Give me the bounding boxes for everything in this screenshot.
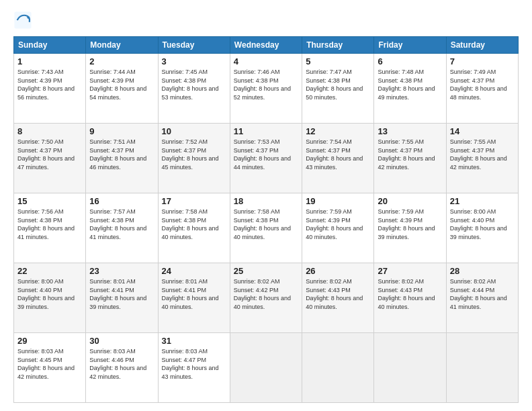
- day-number: 1: [17, 56, 82, 66]
- col-header-friday: Friday: [374, 37, 446, 54]
- calendar-cell: 5Sunrise: 7:47 AMSunset: 4:38 PMDaylight…: [302, 54, 374, 124]
- cell-details: Sunrise: 7:58 AMSunset: 4:38 PMDaylight:…: [234, 208, 298, 241]
- day-number: 4: [234, 56, 298, 66]
- calendar-cell: 15Sunrise: 7:56 AMSunset: 4:38 PMDayligh…: [14, 193, 86, 263]
- calendar-cell: 7Sunrise: 7:49 AMSunset: 4:37 PMDaylight…: [446, 54, 518, 124]
- day-number: 16: [89, 196, 154, 206]
- cell-details: Sunrise: 7:51 AMSunset: 4:37 PMDaylight:…: [89, 138, 154, 171]
- day-number: 30: [89, 336, 154, 346]
- calendar-cell: 20Sunrise: 7:59 AMSunset: 4:39 PMDayligh…: [374, 193, 446, 263]
- week-row-1: 1Sunrise: 7:43 AMSunset: 4:39 PMDaylight…: [14, 54, 519, 124]
- col-header-monday: Monday: [86, 37, 158, 54]
- calendar-cell: 9Sunrise: 7:51 AMSunset: 4:37 PMDaylight…: [86, 124, 158, 193]
- cell-details: Sunrise: 8:00 AMSunset: 4:40 PMDaylight:…: [17, 277, 82, 311]
- week-row-2: 8Sunrise: 7:50 AMSunset: 4:37 PMDaylight…: [14, 124, 519, 193]
- calendar-cell: [302, 333, 374, 403]
- calendar-cell: 2Sunrise: 7:44 AMSunset: 4:39 PMDaylight…: [86, 54, 158, 124]
- cell-details: Sunrise: 7:46 AMSunset: 4:38 PMDaylight:…: [234, 68, 298, 101]
- col-header-thursday: Thursday: [302, 37, 374, 54]
- cell-details: Sunrise: 8:03 AMSunset: 4:47 PMDaylight:…: [162, 347, 226, 381]
- cell-details: Sunrise: 7:52 AMSunset: 4:37 PMDaylight:…: [162, 138, 226, 171]
- calendar-cell: 30Sunrise: 8:03 AMSunset: 4:46 PMDayligh…: [86, 333, 158, 403]
- cell-details: Sunrise: 7:54 AMSunset: 4:37 PMDaylight:…: [306, 138, 370, 171]
- calendar-cell: 23Sunrise: 8:01 AMSunset: 4:41 PMDayligh…: [86, 263, 158, 333]
- col-header-wednesday: Wednesday: [230, 37, 302, 54]
- calendar-cell: 14Sunrise: 7:55 AMSunset: 4:37 PMDayligh…: [446, 124, 518, 193]
- cell-details: Sunrise: 7:45 AMSunset: 4:38 PMDaylight:…: [162, 68, 226, 101]
- calendar-cell: 22Sunrise: 8:00 AMSunset: 4:40 PMDayligh…: [14, 263, 86, 333]
- day-number: 3: [162, 56, 226, 66]
- col-header-tuesday: Tuesday: [158, 37, 230, 54]
- calendar-cell: 25Sunrise: 8:02 AMSunset: 4:42 PMDayligh…: [230, 263, 302, 333]
- calendar-cell: 8Sunrise: 7:50 AMSunset: 4:37 PMDaylight…: [14, 124, 86, 193]
- day-number: 6: [378, 56, 442, 66]
- cell-details: Sunrise: 8:03 AMSunset: 4:45 PMDaylight:…: [17, 347, 82, 381]
- calendar-cell: 1Sunrise: 7:43 AMSunset: 4:39 PMDaylight…: [14, 54, 86, 124]
- calendar-cell: 31Sunrise: 8:03 AMSunset: 4:47 PMDayligh…: [158, 333, 230, 403]
- cell-details: Sunrise: 8:03 AMSunset: 4:46 PMDaylight:…: [89, 347, 154, 381]
- col-header-sunday: Sunday: [14, 37, 86, 54]
- week-row-4: 22Sunrise: 8:00 AMSunset: 4:40 PMDayligh…: [14, 263, 519, 333]
- cell-details: Sunrise: 8:02 AMSunset: 4:43 PMDaylight:…: [306, 277, 370, 311]
- day-number: 26: [306, 266, 370, 276]
- calendar-cell: 11Sunrise: 7:53 AMSunset: 4:37 PMDayligh…: [230, 124, 302, 193]
- cell-details: Sunrise: 7:44 AMSunset: 4:39 PMDaylight:…: [89, 68, 154, 101]
- cell-details: Sunrise: 7:59 AMSunset: 4:39 PMDaylight:…: [306, 208, 370, 241]
- day-number: 31: [162, 336, 226, 346]
- cell-details: Sunrise: 7:43 AMSunset: 4:39 PMDaylight:…: [17, 68, 82, 101]
- day-number: 19: [306, 196, 370, 206]
- day-number: 29: [17, 336, 82, 346]
- day-number: 18: [234, 196, 298, 206]
- day-number: 28: [450, 266, 515, 276]
- cell-details: Sunrise: 8:02 AMSunset: 4:42 PMDaylight:…: [234, 277, 298, 311]
- day-number: 12: [306, 126, 370, 136]
- cell-details: Sunrise: 8:02 AMSunset: 4:44 PMDaylight:…: [450, 277, 515, 311]
- cell-details: Sunrise: 7:56 AMSunset: 4:38 PMDaylight:…: [17, 208, 82, 241]
- day-number: 17: [162, 196, 226, 206]
- day-number: 2: [89, 56, 154, 66]
- cell-details: Sunrise: 8:00 AMSunset: 4:40 PMDaylight:…: [450, 208, 515, 241]
- calendar-cell: 18Sunrise: 7:58 AMSunset: 4:38 PMDayligh…: [230, 193, 302, 263]
- day-number: 5: [306, 56, 370, 66]
- day-number: 20: [378, 196, 442, 206]
- day-number: 9: [89, 126, 154, 136]
- cell-details: Sunrise: 8:01 AMSunset: 4:41 PMDaylight:…: [89, 277, 154, 311]
- cell-details: Sunrise: 8:02 AMSunset: 4:43 PMDaylight:…: [378, 277, 442, 311]
- logo: [13, 11, 36, 30]
- calendar-cell: [374, 333, 446, 403]
- calendar-cell: 17Sunrise: 7:58 AMSunset: 4:38 PMDayligh…: [158, 193, 230, 263]
- day-number: 21: [450, 196, 515, 206]
- week-row-5: 29Sunrise: 8:03 AMSunset: 4:45 PMDayligh…: [14, 333, 519, 403]
- calendar-cell: 3Sunrise: 7:45 AMSunset: 4:38 PMDaylight…: [158, 54, 230, 124]
- calendar-cell: 26Sunrise: 8:02 AMSunset: 4:43 PMDayligh…: [302, 263, 374, 333]
- week-row-3: 15Sunrise: 7:56 AMSunset: 4:38 PMDayligh…: [14, 193, 519, 263]
- calendar-cell: 12Sunrise: 7:54 AMSunset: 4:37 PMDayligh…: [302, 124, 374, 193]
- day-number: 24: [162, 266, 226, 276]
- calendar-cell: 21Sunrise: 8:00 AMSunset: 4:40 PMDayligh…: [446, 193, 518, 263]
- day-number: 8: [17, 126, 82, 136]
- calendar-cell: 16Sunrise: 7:57 AMSunset: 4:38 PMDayligh…: [86, 193, 158, 263]
- day-number: 22: [17, 266, 82, 276]
- cell-details: Sunrise: 7:55 AMSunset: 4:37 PMDaylight:…: [450, 138, 515, 171]
- header: [13, 11, 519, 30]
- page: SundayMondayTuesdayWednesdayThursdayFrid…: [0, 0, 532, 411]
- cell-details: Sunrise: 7:57 AMSunset: 4:38 PMDaylight:…: [89, 208, 154, 241]
- day-number: 13: [378, 126, 442, 136]
- cell-details: Sunrise: 7:49 AMSunset: 4:37 PMDaylight:…: [450, 68, 515, 101]
- calendar-cell: 24Sunrise: 8:01 AMSunset: 4:41 PMDayligh…: [158, 263, 230, 333]
- calendar-cell: 13Sunrise: 7:55 AMSunset: 4:37 PMDayligh…: [374, 124, 446, 193]
- calendar-cell: 27Sunrise: 8:02 AMSunset: 4:43 PMDayligh…: [374, 263, 446, 333]
- col-header-saturday: Saturday: [446, 37, 518, 54]
- calendar-cell: 29Sunrise: 8:03 AMSunset: 4:45 PMDayligh…: [14, 333, 86, 403]
- cell-details: Sunrise: 7:50 AMSunset: 4:37 PMDaylight:…: [17, 138, 82, 171]
- day-number: 25: [234, 266, 298, 276]
- cell-details: Sunrise: 7:55 AMSunset: 4:37 PMDaylight:…: [378, 138, 442, 171]
- cell-details: Sunrise: 7:53 AMSunset: 4:37 PMDaylight:…: [234, 138, 298, 171]
- svg-rect-0: [14, 11, 31, 28]
- calendar-cell: 6Sunrise: 7:48 AMSunset: 4:38 PMDaylight…: [374, 54, 446, 124]
- day-number: 7: [450, 56, 515, 66]
- day-number: 14: [450, 126, 515, 136]
- calendar-cell: 4Sunrise: 7:46 AMSunset: 4:38 PMDaylight…: [230, 54, 302, 124]
- calendar-header-row: SundayMondayTuesdayWednesdayThursdayFrid…: [14, 37, 519, 54]
- calendar-cell: [230, 333, 302, 403]
